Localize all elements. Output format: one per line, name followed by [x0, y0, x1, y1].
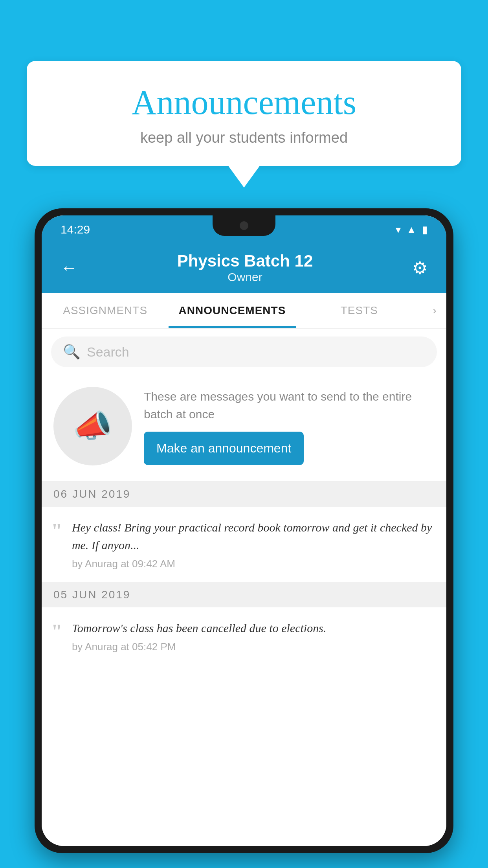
search-bar[interactable]: 🔍 Search: [51, 337, 437, 367]
header-title: Physics Batch 12: [81, 252, 409, 270]
phone-notch: [213, 215, 275, 236]
tab-announcements[interactable]: ANNOUNCEMENTS: [169, 293, 295, 328]
speech-bubble-card: Announcements keep all your students inf…: [27, 61, 461, 166]
speech-bubble-section: Announcements keep all your students inf…: [27, 61, 461, 188]
battery-icon: ▮: [422, 224, 427, 236]
header-subtitle: Owner: [81, 270, 409, 284]
quote-icon-1: ": [51, 519, 62, 570]
tab-assignments[interactable]: ASSIGNMENTS: [42, 293, 169, 328]
status-time: 14:29: [61, 223, 90, 236]
phone-mockup: 14:29 ▾ ▲ ▮ ← Physics Batch 12 Owner ⚙: [35, 208, 453, 868]
wifi-icon: ▾: [396, 224, 401, 236]
announcement-by-1: by Anurag at 09:42 AM: [72, 558, 437, 570]
speech-bubble-subtitle: keep all your students informed: [50, 129, 438, 146]
speech-bubble-tail: [228, 166, 260, 188]
phone-outer-frame: 14:29 ▾ ▲ ▮ ← Physics Batch 12 Owner ⚙: [35, 208, 453, 853]
announcement-content-2: Tomorrow's class has been cancelled due …: [72, 619, 437, 653]
tab-more[interactable]: ›: [423, 293, 446, 328]
make-announcement-button[interactable]: Make an announcement: [144, 432, 304, 465]
megaphone-icon: 📣: [73, 408, 112, 445]
announcement-content-1: Hey class! Bring your practical record b…: [72, 519, 437, 570]
tabs-bar: ASSIGNMENTS ANNOUNCEMENTS TESTS ›: [42, 293, 446, 329]
date-label-2: 05 JUN 2019: [53, 588, 130, 601]
date-separator-1: 06 JUN 2019: [42, 482, 446, 507]
search-container: 🔍 Search: [42, 329, 446, 375]
camera-dot: [240, 221, 248, 230]
quote-icon-2: ": [51, 619, 62, 653]
phone-screen: 14:29 ▾ ▲ ▮ ← Physics Batch 12 Owner ⚙: [42, 215, 446, 846]
search-icon: 🔍: [63, 344, 81, 360]
search-input[interactable]: Search: [87, 344, 129, 360]
status-icons: ▾ ▲ ▮: [396, 224, 427, 236]
announcement-text-2: Tomorrow's class has been cancelled due …: [72, 619, 437, 637]
speech-bubble-title: Announcements: [50, 83, 438, 122]
promo-description: These are messages you want to send to t…: [144, 388, 435, 423]
announcement-promo-block: 📣 These are messages you want to send to…: [42, 375, 446, 482]
settings-button[interactable]: ⚙: [409, 255, 431, 281]
date-separator-2: 05 JUN 2019: [42, 582, 446, 607]
announcement-text-1: Hey class! Bring your practical record b…: [72, 519, 437, 554]
promo-icon-circle: 📣: [53, 387, 132, 465]
app-header: ← Physics Batch 12 Owner ⚙: [42, 244, 446, 293]
announcement-item-1[interactable]: " Hey class! Bring your practical record…: [42, 507, 446, 582]
announcement-item-2[interactable]: " Tomorrow's class has been cancelled du…: [42, 607, 446, 665]
status-bar: 14:29 ▾ ▲ ▮: [42, 215, 446, 244]
back-button[interactable]: ←: [57, 255, 81, 281]
tab-tests[interactable]: TESTS: [296, 293, 423, 328]
announcement-by-2: by Anurag at 05:42 PM: [72, 641, 437, 653]
promo-right: These are messages you want to send to t…: [144, 388, 435, 465]
header-center: Physics Batch 12 Owner: [81, 252, 409, 284]
phone-content: 🔍 Search 📣 These are messages you want t…: [42, 329, 446, 846]
signal-icon: ▲: [406, 224, 416, 236]
date-label-1: 06 JUN 2019: [53, 488, 130, 500]
